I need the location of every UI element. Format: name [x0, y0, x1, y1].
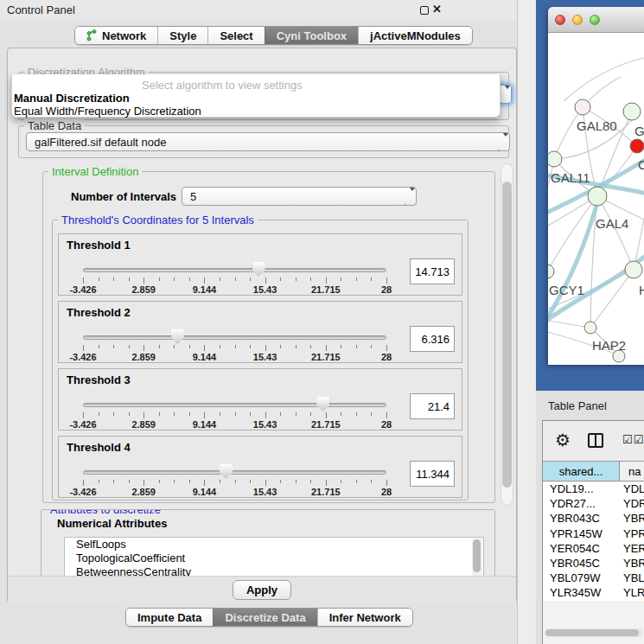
slider-tick [356, 480, 357, 483]
threshold-slider[interactable]: -3.4262.8599.14415.4321.71528 [83, 468, 388, 497]
network-node-c[interactable] [630, 139, 644, 153]
panel-splitter[interactable] [517, 0, 536, 644]
tab-discretize-data[interactable]: Discretize Data [213, 609, 316, 626]
network-node[interactable] [613, 350, 625, 362]
table-row[interactable]: YBL079WYBL0 [543, 571, 644, 586]
checkbox-icons[interactable]: ☑☑ [622, 433, 644, 446]
slider-tick [296, 412, 296, 416]
network-edge[interactable] [597, 196, 634, 270]
tab-network[interactable]: Network [75, 27, 157, 44]
vertical-scrollbar[interactable] [501, 163, 513, 506]
slider-thumb[interactable] [316, 397, 329, 411]
cell-shared-name[interactable]: YER054C [543, 542, 620, 557]
tab-cyni-toolbox[interactable]: Cyni Toolbox [265, 27, 358, 44]
apply-button[interactable]: Apply [233, 580, 291, 600]
cell-name[interactable]: YPR1 [620, 527, 644, 542]
slider-tick [296, 277, 296, 281]
threshold-slider[interactable]: -3.4262.8599.14415.4321.71528 [83, 265, 388, 295]
threshold-value-field[interactable]: 14.713 [410, 258, 455, 284]
gear-icon[interactable]: ⚙ [555, 430, 571, 450]
network-edge[interactable] [564, 58, 644, 101]
table-row[interactable]: YBR045CYBR0 [543, 557, 644, 571]
scrollbar-thumb[interactable] [502, 182, 512, 488]
cell-name[interactable]: YBR0 [620, 512, 644, 526]
tab-jactivemnodules[interactable]: jActiveMNodules [358, 27, 472, 44]
network-node-gcy1[interactable] [548, 265, 554, 278]
tab-infer-network[interactable]: Infer Network [317, 609, 412, 626]
threshold-value-field[interactable]: 11.344 [410, 461, 455, 487]
column-header-shared-name[interactable]: shared... [543, 462, 620, 481]
combo-stepper-icon [402, 191, 410, 203]
cell-shared-name[interactable]: YBR045C [543, 557, 620, 571]
table-row[interactable]: YDL19...YDL1 [543, 482, 644, 497]
cell-name[interactable]: YLR3 [620, 586, 644, 601]
minimize-traffic-light-icon[interactable] [572, 15, 583, 25]
network-node-h[interactable] [625, 261, 642, 278]
network-node-ga[interactable] [623, 103, 641, 120]
cell-name[interactable]: YBL0 [620, 571, 644, 586]
horizontal-scrollbar[interactable] [545, 628, 643, 637]
slider-tick [189, 345, 190, 348]
threshold-slider[interactable]: -3.4262.8599.14415.4321.71528 [83, 333, 388, 362]
cell-shared-name[interactable]: YDR27... [543, 497, 620, 512]
network-node-hap2[interactable] [584, 322, 596, 334]
network-node-gal4[interactable] [588, 187, 607, 206]
number-of-intervals-combo[interactable]: 5 [182, 187, 417, 206]
table-data-combo[interactable]: galFiltered.sif default node [26, 132, 510, 151]
slider-tick-label: 15.43 [253, 284, 277, 295]
cell-shared-name[interactable]: YLR345W [543, 586, 620, 601]
threshold-slider[interactable]: -3.4262.8599.14415.4321.71528 [83, 400, 388, 430]
float-window-icon[interactable] [420, 6, 429, 15]
cell-name[interactable]: YER0 [620, 542, 644, 557]
network-canvas[interactable]: GAL80GACGAL11GAL4HGCY1HAP2 [548, 34, 644, 365]
close-traffic-light-icon[interactable] [555, 15, 565, 25]
cell-name[interactable]: YDL1 [620, 482, 644, 497]
slider-tick [99, 277, 99, 281]
slider-tick [371, 345, 372, 348]
network-node-gal80[interactable] [575, 99, 590, 115]
list-scrollbar[interactable] [472, 539, 482, 577]
table-row[interactable]: YER054CYER0 [543, 542, 644, 557]
slider-tick-label: 9.144 [193, 352, 217, 362]
network-edge[interactable] [554, 107, 583, 159]
column-header-name[interactable]: na [620, 462, 644, 481]
attribute-item-topologicalcoefficient[interactable]: TopologicalCoefficient [65, 552, 483, 565]
table-row[interactable]: YDR27...YDR2 [543, 497, 644, 512]
cell-shared-name[interactable]: YBR043C [543, 512, 620, 526]
slider-tick [280, 277, 281, 281]
zoom-traffic-light-icon[interactable] [590, 15, 600, 25]
network-node-gal11[interactable] [548, 151, 562, 167]
slider-thumb[interactable] [252, 262, 265, 277]
tab-impute-data[interactable]: Impute Data [126, 609, 213, 626]
scrollbar-thumb[interactable] [473, 539, 481, 572]
tab-style[interactable]: Style [157, 27, 207, 44]
scrollbar-thumb[interactable] [545, 629, 639, 636]
slider-track[interactable] [83, 403, 386, 407]
slider-track[interactable] [83, 470, 386, 475]
tab-select[interactable]: Select [207, 27, 264, 44]
network-window: GAL80GACGAL11GAL4HGCY1HAP2 [548, 7, 644, 365]
popup-option-equal-width-frequency-discretization[interactable]: Equal Width/Frequency Discretization [14, 105, 201, 118]
threshold-value-field[interactable]: 6.316 [410, 326, 455, 352]
cell-name[interactable]: YBR0 [620, 557, 644, 571]
popup-option-manual-discretization[interactable]: Manual Discretization [14, 92, 130, 105]
slider-track[interactable] [83, 335, 386, 340]
table-row[interactable]: YBR043CYBR0 [543, 512, 644, 526]
split-column-icon[interactable] [588, 433, 603, 448]
slider-tick [280, 412, 281, 416]
cell-shared-name[interactable]: YBL079W [543, 571, 620, 586]
slider-track[interactable] [83, 268, 386, 272]
attributes-listbox[interactable]: SelfLoopsTopologicalCoefficientBetweenne… [64, 537, 484, 577]
attribute-item-selfloops[interactable]: SelfLoops [65, 538, 483, 552]
cell-name[interactable]: YDR2 [620, 497, 644, 512]
table-row[interactable]: YPR145WYPR1 [543, 527, 644, 542]
slider-tick [143, 412, 144, 418]
cell-shared-name[interactable]: YPR145W [543, 527, 620, 542]
cell-shared-name[interactable]: YDL19... [543, 482, 620, 497]
table-row[interactable]: YLR345WYLR3 [543, 586, 644, 601]
top-tab-bar: NetworkStyleSelectCyni ToolboxjActiveMNo… [74, 26, 473, 45]
slider-thumb[interactable] [220, 464, 233, 479]
slider-thumb[interactable] [171, 329, 184, 344]
threshold-value-field[interactable]: 21.4 [410, 393, 455, 419]
close-icon[interactable]: ✕ [432, 3, 442, 16]
